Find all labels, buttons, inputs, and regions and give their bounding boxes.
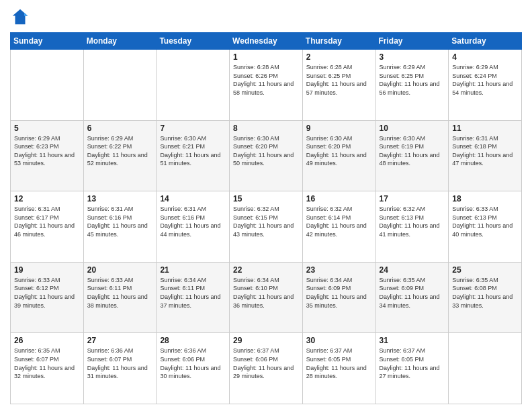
day-info: Sunrise: 6:34 AMSunset: 6:09 PMDaylight:… — [306, 276, 372, 310]
calendar-cell: 29Sunrise: 6:37 AMSunset: 6:06 PMDayligh… — [230, 333, 303, 404]
calendar-cell: 17Sunrise: 6:32 AMSunset: 6:13 PMDayligh… — [375, 191, 449, 263]
day-number: 1 — [233, 52, 299, 62]
calendar-cell — [449, 333, 522, 404]
calendar-cell: 9Sunrise: 6:30 AMSunset: 6:20 PMDaylight… — [302, 120, 375, 191]
calendar-cell: 24Sunrise: 6:35 AMSunset: 6:09 PMDayligh… — [375, 262, 449, 333]
weekday-header-wednesday: Wednesday — [230, 33, 303, 50]
day-info: Sunrise: 6:30 AMSunset: 6:19 PMDaylight:… — [380, 134, 445, 168]
day-info: Sunrise: 6:29 AMSunset: 6:23 PMDaylight:… — [14, 134, 80, 168]
calendar-week-5: 26Sunrise: 6:35 AMSunset: 6:07 PMDayligh… — [11, 333, 522, 404]
calendar-cell: 4Sunrise: 6:29 AMSunset: 6:24 PMDaylight… — [449, 50, 522, 121]
page: SundayMondayTuesdayWednesdayThursdayFrid… — [0, 0, 532, 411]
day-info: Sunrise: 6:29 AMSunset: 6:25 PMDaylight:… — [380, 63, 445, 97]
calendar-cell — [11, 50, 84, 121]
day-info: Sunrise: 6:33 AMSunset: 6:13 PMDaylight:… — [452, 205, 518, 238]
weekday-header-sunday: Sunday — [11, 33, 84, 50]
day-info: Sunrise: 6:31 AMSunset: 6:18 PMDaylight:… — [452, 134, 518, 168]
calendar-table: SundayMondayTuesdayWednesdayThursdayFrid… — [10, 32, 522, 404]
day-number: 20 — [87, 265, 153, 275]
day-info: Sunrise: 6:30 AMSunset: 6:21 PMDaylight:… — [160, 134, 226, 168]
day-info: Sunrise: 6:31 AMSunset: 6:16 PMDaylight:… — [160, 205, 226, 238]
day-info: Sunrise: 6:36 AMSunset: 6:07 PMDaylight:… — [87, 347, 153, 380]
day-number: 13 — [87, 194, 153, 203]
calendar-cell: 30Sunrise: 6:37 AMSunset: 6:05 PMDayligh… — [302, 333, 375, 404]
day-number: 14 — [160, 194, 226, 203]
calendar-cell: 28Sunrise: 6:36 AMSunset: 6:06 PMDayligh… — [157, 333, 230, 404]
day-info: Sunrise: 6:34 AMSunset: 6:11 PMDaylight:… — [160, 276, 226, 310]
day-info: Sunrise: 6:32 AMSunset: 6:14 PMDaylight:… — [306, 205, 372, 238]
day-number: 4 — [452, 52, 518, 62]
calendar-cell: 26Sunrise: 6:35 AMSunset: 6:07 PMDayligh… — [11, 333, 84, 404]
day-number: 11 — [452, 124, 518, 133]
calendar-cell: 18Sunrise: 6:33 AMSunset: 6:13 PMDayligh… — [449, 191, 522, 263]
day-number: 30 — [306, 336, 372, 345]
calendar-cell: 1Sunrise: 6:28 AMSunset: 6:26 PMDaylight… — [230, 50, 303, 121]
day-info: Sunrise: 6:32 AMSunset: 6:13 PMDaylight:… — [380, 205, 445, 238]
day-info: Sunrise: 6:35 AMSunset: 6:07 PMDaylight:… — [14, 347, 80, 380]
day-number: 25 — [452, 265, 518, 275]
calendar-cell: 14Sunrise: 6:31 AMSunset: 6:16 PMDayligh… — [157, 191, 230, 263]
day-number: 15 — [233, 194, 299, 203]
calendar-cell: 20Sunrise: 6:33 AMSunset: 6:11 PMDayligh… — [83, 262, 157, 333]
calendar-cell: 25Sunrise: 6:35 AMSunset: 6:08 PMDayligh… — [449, 262, 522, 333]
day-number: 17 — [380, 194, 445, 203]
calendar-cell: 19Sunrise: 6:33 AMSunset: 6:12 PMDayligh… — [11, 262, 84, 333]
day-info: Sunrise: 6:29 AMSunset: 6:24 PMDaylight:… — [452, 63, 518, 97]
calendar-cell: 27Sunrise: 6:36 AMSunset: 6:07 PMDayligh… — [83, 333, 157, 404]
calendar-cell: 3Sunrise: 6:29 AMSunset: 6:25 PMDaylight… — [375, 50, 449, 121]
weekday-header-monday: Monday — [83, 33, 157, 50]
day-number: 22 — [233, 265, 299, 275]
weekday-header-tuesday: Tuesday — [157, 33, 230, 50]
day-info: Sunrise: 6:29 AMSunset: 6:22 PMDaylight:… — [87, 134, 153, 168]
calendar-cell: 12Sunrise: 6:31 AMSunset: 6:17 PMDayligh… — [11, 191, 84, 263]
day-info: Sunrise: 6:37 AMSunset: 6:05 PMDaylight:… — [380, 347, 445, 380]
day-info: Sunrise: 6:34 AMSunset: 6:10 PMDaylight:… — [233, 276, 299, 310]
day-info: Sunrise: 6:35 AMSunset: 6:09 PMDaylight:… — [380, 276, 445, 310]
calendar-week-4: 19Sunrise: 6:33 AMSunset: 6:12 PMDayligh… — [11, 262, 522, 333]
day-info: Sunrise: 6:36 AMSunset: 6:06 PMDaylight:… — [160, 347, 226, 380]
day-info: Sunrise: 6:32 AMSunset: 6:15 PMDaylight:… — [233, 205, 299, 238]
day-number: 7 — [160, 124, 226, 133]
calendar-cell: 16Sunrise: 6:32 AMSunset: 6:14 PMDayligh… — [302, 191, 375, 263]
calendar-cell: 8Sunrise: 6:30 AMSunset: 6:20 PMDaylight… — [230, 120, 303, 191]
logo-icon — [10, 7, 30, 27]
weekday-header-thursday: Thursday — [302, 33, 375, 50]
day-number: 26 — [14, 336, 80, 345]
day-number: 24 — [380, 265, 445, 275]
day-info: Sunrise: 6:33 AMSunset: 6:11 PMDaylight:… — [87, 276, 153, 310]
day-number: 2 — [306, 52, 372, 62]
day-number: 5 — [14, 124, 80, 133]
day-number: 29 — [233, 336, 299, 345]
day-number: 31 — [380, 336, 445, 345]
calendar-cell — [83, 50, 157, 121]
calendar-week-1: 1Sunrise: 6:28 AMSunset: 6:26 PMDaylight… — [11, 50, 522, 121]
day-number: 19 — [14, 265, 80, 275]
day-number: 21 — [160, 265, 226, 275]
calendar-week-2: 5Sunrise: 6:29 AMSunset: 6:23 PMDaylight… — [11, 120, 522, 191]
day-number: 18 — [452, 194, 518, 203]
calendar-cell: 7Sunrise: 6:30 AMSunset: 6:21 PMDaylight… — [157, 120, 230, 191]
day-number: 8 — [233, 124, 299, 133]
logo — [10, 7, 33, 27]
day-info: Sunrise: 6:31 AMSunset: 6:17 PMDaylight:… — [14, 205, 80, 238]
calendar-cell: 6Sunrise: 6:29 AMSunset: 6:22 PMDaylight… — [83, 120, 157, 191]
day-info: Sunrise: 6:30 AMSunset: 6:20 PMDaylight:… — [233, 134, 299, 168]
day-info: Sunrise: 6:31 AMSunset: 6:16 PMDaylight:… — [87, 205, 153, 238]
calendar-cell: 23Sunrise: 6:34 AMSunset: 6:09 PMDayligh… — [302, 262, 375, 333]
day-info: Sunrise: 6:28 AMSunset: 6:26 PMDaylight:… — [233, 63, 299, 97]
calendar-cell: 22Sunrise: 6:34 AMSunset: 6:10 PMDayligh… — [230, 262, 303, 333]
day-number: 9 — [306, 124, 372, 133]
day-number: 10 — [380, 124, 445, 133]
calendar-cell: 13Sunrise: 6:31 AMSunset: 6:16 PMDayligh… — [83, 191, 157, 263]
calendar-cell: 15Sunrise: 6:32 AMSunset: 6:15 PMDayligh… — [230, 191, 303, 263]
day-number: 12 — [14, 194, 80, 203]
day-number: 27 — [87, 336, 153, 345]
day-info: Sunrise: 6:28 AMSunset: 6:25 PMDaylight:… — [306, 63, 372, 97]
calendar-cell — [157, 50, 230, 121]
day-number: 6 — [87, 124, 153, 133]
day-number: 23 — [306, 265, 372, 275]
weekday-header-friday: Friday — [375, 33, 449, 50]
day-info: Sunrise: 6:30 AMSunset: 6:20 PMDaylight:… — [306, 134, 372, 168]
calendar-cell: 10Sunrise: 6:30 AMSunset: 6:19 PMDayligh… — [375, 120, 449, 191]
header — [10, 7, 522, 27]
